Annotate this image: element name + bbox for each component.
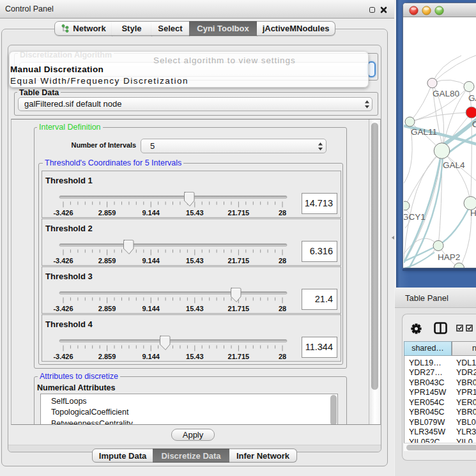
svg-text:-3.426: -3.426 — [53, 305, 73, 312]
svg-text:28: 28 — [279, 257, 286, 265]
svg-text:21.715: 21.715 — [228, 209, 250, 217]
svg-text:C: C — [472, 119, 476, 129]
svg-text:2.859: 2.859 — [98, 305, 116, 312]
svg-text:GCY1: GCY1 — [404, 212, 426, 222]
svg-text:HAP2: HAP2 — [438, 252, 460, 262]
svg-text:28: 28 — [279, 209, 286, 217]
svg-text:GA: GA — [468, 93, 476, 103]
svg-text:21.715: 21.715 — [228, 305, 250, 312]
svg-text:15.43: 15.43 — [186, 305, 204, 312]
svg-text:H: H — [470, 208, 476, 218]
svg-text:2.859: 2.859 — [98, 353, 116, 360]
svg-text:-3.426: -3.426 — [53, 209, 73, 217]
svg-text:GAL80: GAL80 — [433, 89, 459, 98]
svg-text:15.43: 15.43 — [186, 257, 204, 265]
svg-text:9.144: 9.144 — [142, 353, 160, 360]
svg-text:21.715: 21.715 — [228, 353, 250, 360]
svg-text:28: 28 — [279, 305, 286, 312]
svg-text:28: 28 — [279, 353, 286, 360]
svg-text:GAL4: GAL4 — [443, 160, 465, 170]
svg-text:21.715: 21.715 — [228, 257, 250, 265]
svg-text:15.43: 15.43 — [186, 353, 204, 360]
svg-text:15.43: 15.43 — [186, 209, 204, 217]
svg-text:-3.426: -3.426 — [53, 353, 73, 360]
svg-text:-3.426: -3.426 — [53, 257, 73, 265]
svg-text:9.144: 9.144 — [142, 209, 160, 217]
svg-text:GAL11: GAL11 — [411, 127, 437, 137]
svg-text:2.859: 2.859 — [98, 257, 116, 265]
svg-text:2.859: 2.859 — [98, 209, 116, 217]
svg-text:9.144: 9.144 — [142, 257, 160, 265]
svg-text:9.144: 9.144 — [142, 305, 160, 312]
